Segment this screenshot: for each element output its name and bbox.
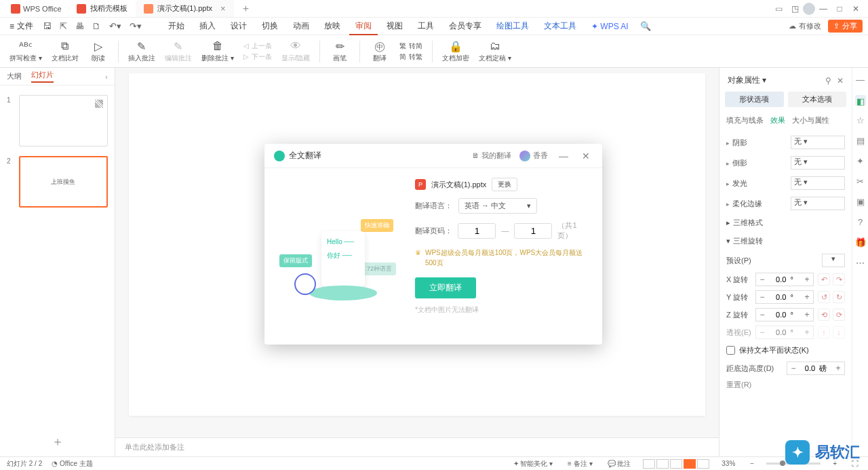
rail-scissors-icon[interactable]: ✂ — [855, 176, 866, 187]
preset-select[interactable]: ▾ — [822, 254, 845, 267]
z-rotation-input[interactable]: −+ — [755, 308, 814, 321]
view-reading-icon[interactable] — [670, 459, 682, 469]
tab-design[interactable]: 设计 — [224, 20, 253, 32]
rail-image-icon[interactable]: ▣ — [855, 197, 866, 208]
delete-comment-button[interactable]: 🗑删除批注 ▾ — [201, 40, 234, 63]
change-file-button[interactable]: 更换 — [492, 178, 517, 191]
print-icon[interactable]: 🖶 — [73, 21, 87, 31]
yrot-up-icon[interactable]: ↺ — [818, 291, 830, 303]
zrot-cw-icon[interactable]: ⟲ — [818, 309, 830, 321]
window-minimize-icon[interactable]: ― — [815, 4, 831, 14]
window-collapse-icon[interactable]: ▭ — [770, 4, 787, 14]
comments-toggle[interactable]: 💬 批注 — [605, 459, 634, 469]
slides-tab[interactable]: 幻灯片 — [31, 70, 54, 83]
theme-indicator[interactable]: ◔ Office 主题 — [52, 459, 93, 469]
outline-tab[interactable]: 大纲 — [7, 71, 22, 81]
yrot-down-icon[interactable]: ↻ — [833, 291, 845, 303]
view-slideshow-icon[interactable] — [684, 459, 696, 469]
translate-button[interactable]: ㊥翻译 — [370, 40, 390, 63]
glow-select[interactable]: 无 ▾ — [791, 176, 845, 190]
spellcheck-button[interactable]: ᴬᴮᶜ拼写检查 ▾ — [9, 40, 42, 63]
distance-input[interactable]: −+ — [787, 361, 845, 375]
insert-comment-button[interactable]: ✎插入批注 — [128, 40, 155, 63]
encrypt-button[interactable]: 🔒文档加密 — [442, 40, 469, 63]
window-cube-icon[interactable]: ◳ — [787, 4, 803, 14]
slide-thumb-2[interactable]: 2 上班摸鱼 — [7, 156, 108, 208]
tab-insert[interactable]: 插入 — [193, 20, 222, 32]
close-panel-icon[interactable]: ✕ — [837, 76, 844, 85]
xrot-right-icon[interactable]: ↷ — [833, 273, 845, 286]
finalize-button[interactable]: 🗂文档定稿 ▾ — [479, 40, 511, 63]
softedge-select[interactable]: 无 ▾ — [791, 197, 845, 210]
zoom-out-icon[interactable]: − — [747, 460, 757, 467]
add-tab-button[interactable]: ＋ — [234, 0, 258, 17]
view-sorter-icon[interactable] — [656, 459, 669, 469]
preview-icon[interactable]: 🗋 — [90, 21, 104, 31]
notes-toggle[interactable]: ≡ 备注 ▾ — [565, 459, 595, 469]
export-icon[interactable]: ⇱ — [57, 21, 70, 31]
dialog-minimize-icon[interactable]: ― — [556, 151, 571, 161]
search-icon[interactable]: 🔍 — [637, 21, 654, 31]
collapse-panel-icon[interactable]: ‹ — [105, 73, 108, 81]
reflection-select[interactable]: 无 ▾ — [791, 156, 845, 170]
tab-vip[interactable]: 会员专享 — [443, 20, 488, 32]
file-menu[interactable]: ≡文件 — [5, 20, 37, 32]
tab-tools[interactable]: 工具 — [412, 20, 440, 32]
text-options-tab[interactable]: 文本选项 — [788, 92, 847, 107]
convert-chinese[interactable]: 繁转简 简转繁 — [399, 41, 422, 62]
tab-start[interactable]: 开始 — [162, 20, 191, 32]
read-aloud-button[interactable]: ▷朗读 — [88, 40, 108, 63]
redo-icon[interactable]: ↷▾ — [127, 21, 144, 31]
rail-help-icon[interactable]: ? — [855, 217, 866, 228]
tab-animation[interactable]: 动画 — [287, 20, 315, 32]
page-from-input[interactable] — [458, 223, 496, 239]
rail-layers-icon[interactable]: ▤ — [855, 136, 866, 146]
dialog-close-icon[interactable]: ✕ — [579, 151, 593, 161]
save-icon[interactable]: 🖫 — [40, 21, 54, 31]
view-normal-icon[interactable] — [643, 459, 655, 469]
tab-slideshow[interactable]: 放映 — [318, 20, 347, 32]
shadow-select[interactable]: 无 ▾ — [791, 136, 845, 149]
unsaved-indicator[interactable]: ☁有修改 — [789, 21, 821, 31]
my-translations-link[interactable]: 🗎 我的翻译 — [472, 151, 511, 161]
translate-now-button[interactable]: 立即翻译 — [415, 277, 476, 298]
share-button[interactable]: ⇪分享 — [828, 20, 863, 33]
fill-line-subtab[interactable]: 填充与线条 — [726, 115, 764, 125]
rail-more-icon[interactable]: ⋯ — [855, 258, 866, 269]
x-rotation-input[interactable]: −+ — [755, 273, 814, 286]
rail-gift-icon[interactable]: 🎁 — [855, 237, 866, 248]
window-close-icon[interactable]: ✕ — [848, 4, 864, 14]
user-avatar[interactable] — [803, 3, 815, 15]
smart-beautify-button[interactable]: ✦ 智能美化 ▾ — [511, 459, 556, 469]
compare-button[interactable]: ⧉文档比对 — [52, 40, 79, 63]
pen-button[interactable]: ✏画笔 — [330, 40, 350, 63]
y-rotation-input[interactable]: −+ — [755, 290, 814, 304]
wps-ai[interactable]: ✦ WPS AI — [585, 22, 635, 31]
tab-templates[interactable]: 找稻壳模板 — [68, 0, 136, 17]
reset-button[interactable]: 重置(R) — [725, 377, 846, 393]
tab-document[interactable]: 演示文稿(1).pptx × — [136, 0, 234, 17]
rail-minimize-icon[interactable]: ― — [855, 75, 866, 85]
pin-icon[interactable]: ⚲ — [825, 76, 831, 85]
effect-subtab[interactable]: 效果 — [770, 115, 785, 125]
tab-text-tools[interactable]: 文本工具 — [538, 20, 583, 32]
tab-draw-tools[interactable]: 绘图工具 — [490, 20, 535, 32]
notes-input[interactable]: 单击此处添加备注 — [115, 437, 719, 456]
xrot-left-icon[interactable]: ↶ — [818, 273, 830, 286]
slide-thumb-1[interactable]: 1 — [7, 95, 108, 146]
zoom-value[interactable]: 33% — [719, 460, 738, 467]
tab-review[interactable]: 审阅 — [349, 18, 378, 35]
tab-transition[interactable]: 切换 — [256, 20, 284, 32]
zrot-ccw-icon[interactable]: ⟳ — [833, 309, 845, 321]
size-subtab[interactable]: 大小与属性 — [792, 115, 829, 125]
page-to-input[interactable] — [514, 223, 552, 239]
tab-close-icon[interactable]: × — [220, 3, 226, 14]
rail-props-icon[interactable]: ◧ — [855, 95, 866, 106]
add-slide-button[interactable]: ＋ — [0, 433, 115, 450]
shape-options-tab[interactable]: 形状选项 — [725, 92, 784, 107]
keep-flat-checkbox[interactable] — [726, 346, 735, 355]
language-select[interactable]: 英语 → 中文▾ — [458, 198, 537, 214]
rail-animation-icon[interactable]: ✦ — [855, 156, 866, 167]
window-maximize-icon[interactable]: □ — [831, 4, 848, 14]
rail-star-icon[interactable]: ☆ — [855, 115, 866, 126]
